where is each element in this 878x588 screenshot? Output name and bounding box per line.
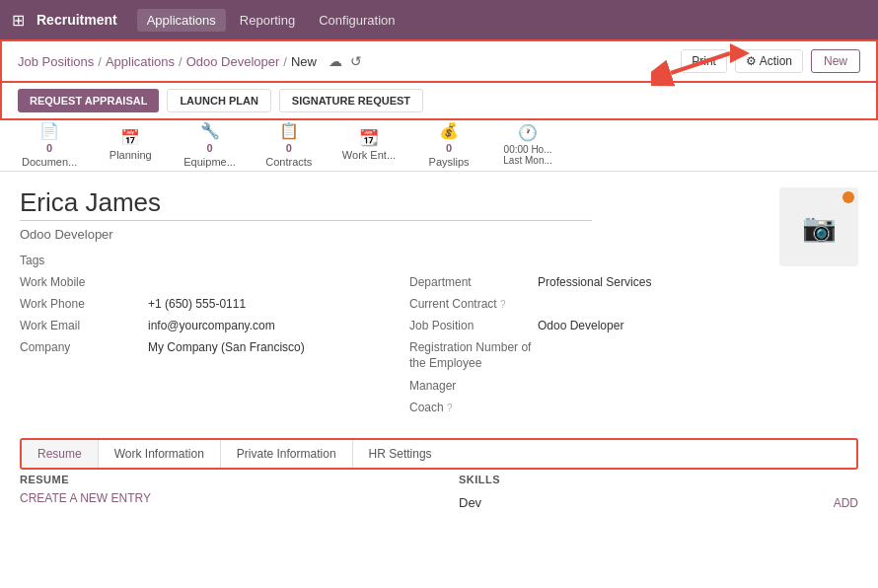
work-email-row: Work Email info@yourcompany.com bbox=[20, 319, 370, 332]
add-skill-button[interactable]: ADD bbox=[834, 496, 858, 510]
department-label: Department bbox=[409, 275, 538, 289]
create-entry-link[interactable]: CREATE A NEW ENTRY bbox=[20, 491, 419, 505]
nav-applications[interactable]: Applications bbox=[137, 9, 226, 32]
job-position-label: Job Position bbox=[409, 319, 538, 332]
tab-documents[interactable]: 📄 0 Documen... bbox=[8, 120, 91, 171]
manager-label: Manager bbox=[409, 379, 538, 393]
breadcrumb-job-positions[interactable]: Job Positions bbox=[18, 54, 94, 69]
signature-request-button[interactable]: SIGNATURE REQUEST bbox=[279, 89, 423, 112]
payslips-icon: 💰 bbox=[439, 121, 459, 140]
tab-private-information[interactable]: Private Information bbox=[221, 440, 353, 468]
contracts-icon: 📋 bbox=[279, 121, 299, 140]
breadcrumb: Job Positions / Applications / Odoo Deve… bbox=[18, 53, 362, 69]
current-contract-help-icon[interactable]: ? bbox=[500, 299, 506, 310]
discard-icon[interactable]: ↺ bbox=[350, 53, 362, 69]
job-position-value: Odoo Developer bbox=[538, 319, 623, 332]
calendar-icon: 📆 bbox=[359, 128, 379, 147]
employee-header: Odoo Developer Tags Work Mobile Work Pho… bbox=[20, 187, 858, 422]
company-label: Company bbox=[20, 340, 148, 354]
top-navigation: ⊞ Recruitment Applications Reporting Con… bbox=[0, 0, 878, 39]
planning-icon: 📅 bbox=[120, 128, 140, 147]
tab-contracts[interactable]: 📋 0 Contracts bbox=[250, 120, 329, 171]
coach-row: Coach ? bbox=[409, 401, 760, 414]
clock-icon: 🕐 bbox=[518, 123, 538, 142]
brand-label: Recruitment bbox=[37, 12, 117, 28]
current-contract-row: Current Contract ? bbox=[409, 297, 760, 311]
coach-label: Coach ? bbox=[409, 401, 538, 414]
smart-tabs: 📄 0 Documen... 📅 Planning 🔧 0 Equipme...… bbox=[0, 120, 878, 172]
employee-avatar[interactable]: 📷 bbox=[779, 187, 858, 266]
work-mobile-label: Work Mobile bbox=[20, 275, 148, 289]
nav-configuration[interactable]: Configuration bbox=[309, 9, 404, 32]
equipment-icon: 🔧 bbox=[200, 121, 220, 140]
tab-hr-settings[interactable]: HR Settings bbox=[353, 440, 448, 468]
breadcrumb-actions: ☁ ↺ bbox=[329, 53, 362, 69]
grid-icon[interactable]: ⊞ bbox=[12, 11, 25, 30]
save-cloud-icon[interactable]: ☁ bbox=[329, 53, 342, 69]
company-value: My Company (San Francisco) bbox=[148, 340, 305, 354]
camera-icon: 📷 bbox=[802, 211, 837, 244]
tab-time[interactable]: 🕐 00:00 Ho... Last Mon... bbox=[488, 120, 567, 171]
bottom-content: RESUME CREATE A NEW ENTRY SKILLS Dev ADD bbox=[20, 474, 858, 510]
action-row: REQUEST APPRAISAL LAUNCH PLAN SIGNATURE … bbox=[0, 83, 878, 120]
breadcrumb-bar: Job Positions / Applications / Odoo Deve… bbox=[0, 39, 878, 83]
skill-name: Dev bbox=[459, 495, 481, 510]
skills-title: SKILLS bbox=[459, 474, 500, 485]
tab-payslips[interactable]: 💰 0 Payslips bbox=[409, 120, 488, 171]
nav-items: Applications Reporting Configuration bbox=[137, 9, 405, 32]
tab-work-entries[interactable]: 📆 Work Ent... bbox=[329, 120, 409, 171]
work-email-value: info@yourcompany.com bbox=[148, 319, 275, 332]
fields-section: Work Mobile Work Phone +1 (650) 555-0111… bbox=[20, 275, 760, 422]
nav-reporting[interactable]: Reporting bbox=[230, 9, 305, 32]
work-email-label: Work Email bbox=[20, 319, 148, 332]
employee-info: Odoo Developer Tags Work Mobile Work Pho… bbox=[20, 187, 760, 422]
launch-plan-button[interactable]: LAUNCH PLAN bbox=[167, 89, 270, 112]
work-phone-row: Work Phone +1 (650) 555-0111 bbox=[20, 297, 370, 311]
fields-right: Department Professional Services Current… bbox=[370, 275, 760, 422]
skills-header: SKILLS bbox=[459, 474, 858, 491]
document-icon: 📄 bbox=[39, 121, 59, 140]
tags-label: Tags bbox=[20, 254, 760, 267]
tab-resume[interactable]: Resume bbox=[22, 440, 99, 468]
breadcrumb-odoo-developer[interactable]: Odoo Developer bbox=[186, 54, 280, 69]
reg-number-row: Registration Number of the Employee bbox=[409, 340, 760, 371]
gear-icon: ⚙ bbox=[746, 54, 757, 68]
skill-row: Dev ADD bbox=[459, 495, 858, 510]
current-contract-label: Current Contract ? bbox=[409, 297, 538, 311]
resume-section: RESUME CREATE A NEW ENTRY bbox=[20, 474, 419, 510]
department-row: Department Professional Services bbox=[409, 275, 760, 289]
tab-planning[interactable]: 📅 Planning bbox=[91, 120, 170, 171]
employee-name-input[interactable] bbox=[20, 187, 592, 221]
reg-number-label: Registration Number of the Employee bbox=[409, 340, 538, 371]
avatar-status-dot bbox=[842, 191, 854, 203]
new-button[interactable]: New bbox=[811, 49, 860, 73]
tab-work-information[interactable]: Work Information bbox=[99, 440, 221, 468]
main-content: Odoo Developer Tags Work Mobile Work Pho… bbox=[0, 172, 878, 588]
breadcrumb-applications[interactable]: Applications bbox=[106, 54, 175, 69]
tab-equipment[interactable]: 🔧 0 Equipme... bbox=[170, 120, 250, 171]
work-phone-value: +1 (650) 555-0111 bbox=[148, 297, 246, 311]
job-position-row: Job Position Odoo Developer bbox=[409, 319, 760, 332]
breadcrumb-new: New bbox=[291, 54, 317, 69]
resume-title: RESUME bbox=[20, 474, 419, 485]
company-row: Company My Company (San Francisco) bbox=[20, 340, 370, 354]
print-button[interactable]: Print bbox=[681, 49, 727, 73]
skills-section: SKILLS Dev ADD bbox=[459, 474, 858, 510]
work-mobile-row: Work Mobile bbox=[20, 275, 370, 289]
fields-left: Work Mobile Work Phone +1 (650) 555-0111… bbox=[20, 275, 370, 422]
action-button[interactable]: ⚙ Action bbox=[735, 49, 803, 73]
request-appraisal-button[interactable]: REQUEST APPRAISAL bbox=[18, 89, 159, 112]
employee-job-title: Odoo Developer bbox=[20, 227, 760, 242]
work-phone-label: Work Phone bbox=[20, 297, 148, 311]
coach-help-icon[interactable]: ? bbox=[447, 403, 453, 413]
breadcrumb-right-actions: Print ⚙ Action New bbox=[681, 49, 860, 73]
department-value: Professional Services bbox=[538, 275, 651, 289]
bottom-tabs: Resume Work Information Private Informat… bbox=[20, 438, 858, 470]
manager-row: Manager bbox=[409, 379, 760, 393]
